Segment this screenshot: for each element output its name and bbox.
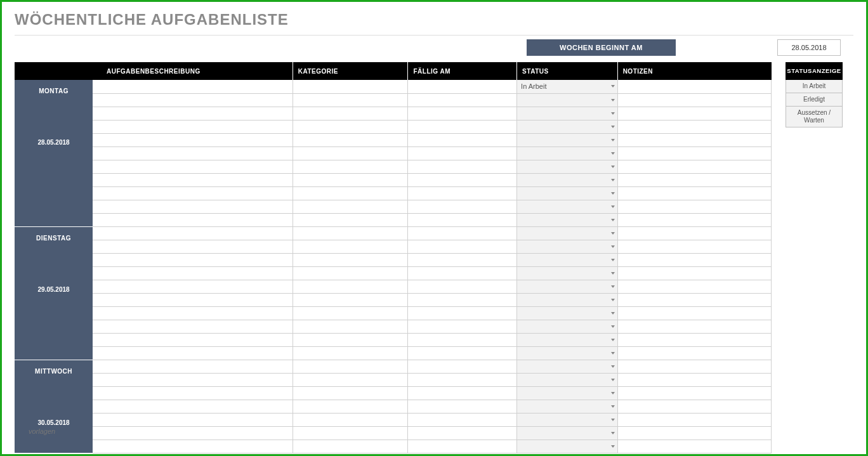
cell-status-dropdown[interactable] [517,400,618,413]
cell-due[interactable] [408,160,517,173]
cell-category[interactable] [293,293,408,306]
cell-due[interactable] [408,147,517,160]
cell-status-dropdown[interactable]: In Arbeit [517,80,618,93]
cell-status-dropdown[interactable] [517,186,618,200]
cell-description[interactable] [93,293,293,306]
cell-notes[interactable] [617,200,771,213]
cell-description[interactable] [93,306,293,320]
cell-due[interactable] [408,440,517,453]
cell-category[interactable] [293,400,408,413]
cell-status-dropdown[interactable] [517,413,618,426]
cell-category[interactable] [293,133,408,147]
cell-description[interactable] [93,200,293,213]
cell-description[interactable] [93,80,293,93]
cell-description[interactable] [93,226,293,240]
cell-notes[interactable] [617,400,771,413]
cell-due[interactable] [408,107,517,120]
cell-category[interactable] [293,173,408,186]
cell-notes[interactable] [617,360,771,373]
cell-description[interactable] [93,426,293,440]
cell-notes[interactable] [617,280,771,293]
cell-status-dropdown[interactable] [517,120,618,133]
cell-due[interactable] [408,186,517,200]
cell-due[interactable] [408,133,517,147]
cell-due[interactable] [408,413,517,426]
cell-category[interactable] [293,200,408,213]
cell-status-dropdown[interactable] [517,200,618,213]
cell-due[interactable] [408,293,517,306]
cell-description[interactable] [93,373,293,386]
cell-due[interactable] [408,426,517,440]
cell-category[interactable] [293,107,408,120]
cell-notes[interactable] [617,213,771,226]
cell-notes[interactable] [617,333,771,346]
cell-description[interactable] [93,400,293,413]
cell-category[interactable] [293,266,408,280]
cell-due[interactable] [408,373,517,386]
cell-due[interactable] [408,200,517,213]
cell-description[interactable] [93,160,293,173]
cell-description[interactable] [93,440,293,453]
cell-due[interactable] [408,346,517,360]
cell-description[interactable] [93,333,293,346]
cell-status-dropdown[interactable] [517,240,618,253]
cell-notes[interactable] [617,346,771,360]
cell-status-dropdown[interactable] [517,266,618,280]
cell-notes[interactable] [617,186,771,200]
cell-status-dropdown[interactable] [517,253,618,266]
cell-category[interactable] [293,373,408,386]
cell-due[interactable] [408,213,517,226]
cell-due[interactable] [408,80,517,93]
cell-category[interactable] [293,93,408,107]
cell-notes[interactable] [617,373,771,386]
cell-category[interactable] [293,386,408,400]
cell-notes[interactable] [617,320,771,333]
cell-description[interactable] [93,266,293,280]
cell-notes[interactable] [617,240,771,253]
cell-category[interactable] [293,306,408,320]
cell-due[interactable] [408,266,517,280]
cell-due[interactable] [408,120,517,133]
cell-due[interactable] [408,360,517,373]
cell-category[interactable] [293,226,408,240]
cell-status-dropdown[interactable] [517,173,618,186]
cell-due[interactable] [408,306,517,320]
cell-description[interactable] [93,386,293,400]
cell-description[interactable] [93,186,293,200]
cell-description[interactable] [93,346,293,360]
cell-notes[interactable] [617,306,771,320]
cell-status-dropdown[interactable] [517,333,618,346]
cell-due[interactable] [408,173,517,186]
cell-notes[interactable] [617,147,771,160]
cell-notes[interactable] [617,293,771,306]
cell-due[interactable] [408,386,517,400]
cell-description[interactable] [93,133,293,147]
cell-due[interactable] [408,240,517,253]
cell-category[interactable] [293,240,408,253]
cell-due[interactable] [408,280,517,293]
cell-category[interactable] [293,320,408,333]
cell-description[interactable] [93,253,293,266]
cell-description[interactable] [93,147,293,160]
cell-due[interactable] [408,93,517,107]
cell-description[interactable] [93,413,293,426]
cell-description[interactable] [93,173,293,186]
cell-description[interactable] [93,280,293,293]
cell-category[interactable] [293,80,408,93]
cell-status-dropdown[interactable] [517,440,618,453]
cell-notes[interactable] [617,80,771,93]
cell-category[interactable] [293,333,408,346]
cell-description[interactable] [93,120,293,133]
cell-status-dropdown[interactable] [517,360,618,373]
cell-notes[interactable] [617,120,771,133]
cell-status-dropdown[interactable] [517,373,618,386]
cell-notes[interactable] [617,386,771,400]
cell-status-dropdown[interactable] [517,426,618,440]
cell-notes[interactable] [617,426,771,440]
cell-status-dropdown[interactable] [517,147,618,160]
cell-notes[interactable] [617,93,771,107]
cell-notes[interactable] [617,173,771,186]
cell-category[interactable] [293,413,408,426]
cell-category[interactable] [293,440,408,453]
cell-category[interactable] [293,147,408,160]
